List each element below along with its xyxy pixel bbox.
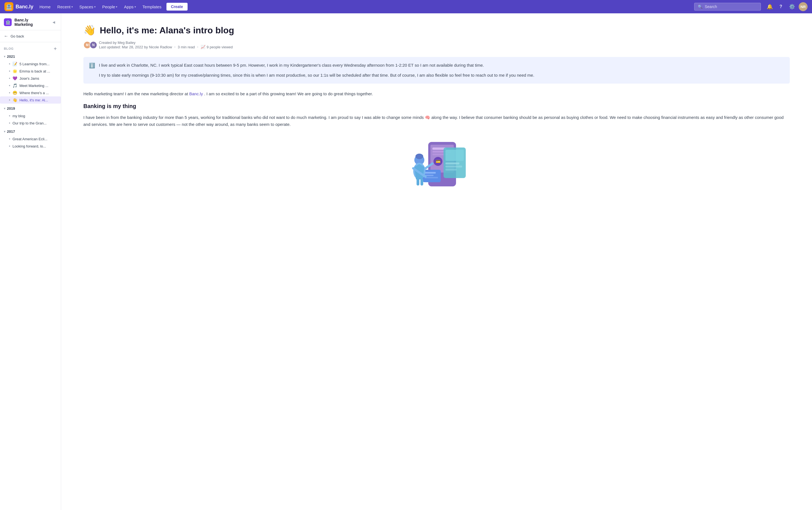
callout-para-1: I live and work in Charlotte, NC. I work… <box>99 62 784 69</box>
space-icon: 🏦 <box>4 18 12 26</box>
nav-home[interactable]: Home <box>37 3 53 11</box>
nav-templates[interactable]: Templates <box>140 3 164 11</box>
blog-item-where-theres[interactable]: • 😁 Where there's a ... <box>0 89 61 96</box>
search-box[interactable]: 🔍 Search <box>694 3 761 10</box>
svg-rect-22 <box>416 179 419 185</box>
back-arrow-icon: ← <box>4 34 8 39</box>
author-avatars: M N <box>83 41 95 49</box>
year-2017-header[interactable]: ▾ 2017 <box>0 128 61 135</box>
svg-rect-9 <box>445 162 459 164</box>
bullet-icon: • <box>9 76 10 81</box>
svg-rect-11 <box>445 169 457 171</box>
blog-item-meet-marketing[interactable]: • 🎵 Meet Marketing ... <box>0 82 61 89</box>
svg-rect-8 <box>445 150 464 161</box>
sidebar-blog-label: BLOG + <box>0 42 61 53</box>
bullet-icon: • <box>9 69 10 73</box>
avatar-nicole: N <box>89 41 97 49</box>
callout-body: I live and work in Charlotte, NC. I work… <box>99 62 784 79</box>
views-count: 📈 9 people viewed <box>201 45 233 49</box>
blog-item-hello-alana[interactable]: • 👋 Hello, it's me: Al... <box>0 96 61 103</box>
last-updated: Last updated: Mar 28, 2022 by Nicole Rad… <box>99 45 233 49</box>
bullet-icon: • <box>9 62 10 66</box>
intro-paragraph: Hello marketing team! I am the new marke… <box>83 90 790 97</box>
svg-rect-15 <box>425 177 438 178</box>
svg-rect-10 <box>445 166 462 168</box>
main-content: 👋 Hello, it's me: Alana's intro blog M N… <box>61 13 812 510</box>
logo[interactable]: 🏦 Banc.ly <box>4 2 33 11</box>
svg-point-17 <box>415 154 423 159</box>
collapse-sidebar-button[interactable]: ◀ <box>50 19 57 26</box>
blog-item-my-blog[interactable]: • my blog <box>0 112 61 119</box>
bullet-icon: • <box>9 98 10 102</box>
year-2019-header[interactable]: ▾ 2019 <box>0 105 61 112</box>
chevron-down-icon: ▾ <box>116 5 117 8</box>
page-emoji: 👋 <box>83 25 96 36</box>
chevron-down-icon: ▾ <box>71 5 73 8</box>
notifications-button[interactable]: 🔔 <box>765 2 774 11</box>
chevron-down-icon: ▾ <box>4 107 5 110</box>
page-title-row: 👋 Hello, it's me: Alana's intro blog <box>83 25 790 36</box>
bullet-icon: • <box>9 121 10 125</box>
svg-rect-23 <box>420 179 423 185</box>
blog-item-our-trip[interactable]: • Our trip to the Gran... <box>0 119 61 127</box>
chevron-down-icon: ▾ <box>4 130 5 133</box>
svg-rect-13 <box>425 172 436 174</box>
banking-section-heading: Banking is my thing <box>83 103 790 110</box>
blog-item-great-american[interactable]: • Great American Ecli... <box>0 135 61 143</box>
meta-info: Created by Meg Bailey Last updated: Mar … <box>99 40 233 49</box>
logo-icon: 🏦 <box>4 2 13 11</box>
sidebar-header: 🏦 Banc.ly Marketing ◀ <box>0 13 61 30</box>
nav-icons: 🔔 ? ⚙️ NR <box>765 2 808 11</box>
create-button[interactable]: Create <box>167 3 187 10</box>
chevron-down-icon: ▾ <box>135 5 136 8</box>
sidebar: 🏦 Banc.ly Marketing ◀ ← Go back BLOG + ▾… <box>0 13 61 510</box>
illustration-container: 💳 <box>83 133 790 195</box>
bullet-icon: • <box>9 137 10 141</box>
settings-button[interactable]: ⚙️ <box>787 2 796 11</box>
year-2021-header[interactable]: ▾ 2021 <box>0 53 61 60</box>
chevron-down-icon: ▾ <box>94 5 95 8</box>
created-by: Created by Meg Bailey <box>99 40 233 45</box>
svg-text:💳: 💳 <box>436 159 441 164</box>
nav-apps[interactable]: Apps ▾ <box>121 3 138 11</box>
go-back-button[interactable]: ← Go back <box>0 30 61 42</box>
user-avatar[interactable]: NR <box>799 2 808 11</box>
space-name: Banc.ly Marketing <box>14 18 48 27</box>
page-title: Hello, it's me: Alana's intro blog <box>100 25 234 35</box>
bullet-icon: • <box>9 83 10 88</box>
nav-spaces[interactable]: Spaces ▾ <box>77 3 98 11</box>
blog-item-emma[interactable]: • 🌟 Emma is back at ... <box>0 67 61 75</box>
bullet-icon: • <box>9 91 10 95</box>
blog-item-looking-forward[interactable]: • Looking forward, lo... <box>0 143 61 150</box>
year-group-2021: ▾ 2021 • 📝 5 Learnings from... • 🌟 Emma … <box>0 53 61 103</box>
main-layout: 🏦 Banc.ly Marketing ◀ ← Go back BLOG + ▾… <box>0 0 812 510</box>
bullet-icon: • <box>9 114 10 118</box>
search-icon: 🔍 <box>698 4 702 9</box>
nav-recent[interactable]: Recent ▾ <box>55 3 76 11</box>
callout-para-2: I try to slate early mornings (9-10:30 a… <box>99 72 784 79</box>
year-group-2019: ▾ 2019 • my blog • Our trip to the Gran.… <box>0 105 61 127</box>
help-button[interactable]: ? <box>777 2 785 11</box>
info-icon: ℹ️ <box>89 62 95 79</box>
top-navigation: 🏦 Banc.ly Home Recent ▾ Spaces ▾ People … <box>0 0 812 13</box>
chevron-down-icon: ▾ <box>4 55 5 58</box>
banking-illustration: 💳 <box>401 133 473 195</box>
meta-row: M N Created by Meg Bailey Last updated: … <box>83 40 790 49</box>
info-callout: ℹ️ I live and work in Charlotte, NC. I w… <box>83 57 790 84</box>
add-blog-button[interactable]: + <box>54 46 57 51</box>
year-group-2017: ▾ 2017 • Great American Ecli... • Lookin… <box>0 128 61 150</box>
bullet-icon: • <box>9 144 10 148</box>
blog-item-joses-jams[interactable]: • 💜 Jose's Jams <box>0 75 61 82</box>
blog-item-5-learnings[interactable]: • 📝 5 Learnings from... <box>0 60 61 67</box>
logo-text: Banc.ly <box>16 4 33 10</box>
bancly-link[interactable]: Banc.ly <box>189 91 203 96</box>
nav-people[interactable]: People ▾ <box>99 3 120 11</box>
views-icon: 📈 <box>201 45 205 49</box>
banking-paragraph: I have been in from the banking industry… <box>83 114 790 128</box>
